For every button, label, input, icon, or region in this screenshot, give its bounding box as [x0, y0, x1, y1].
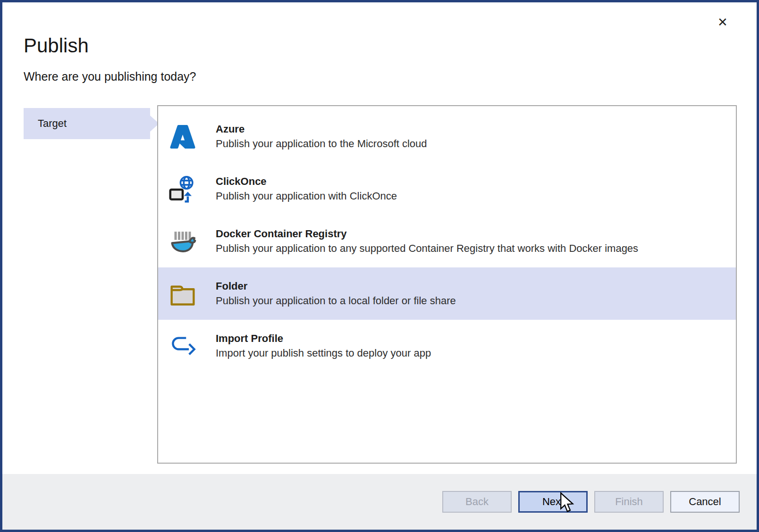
target-row-docker[interactable]: Docker Container Registry Publish your a… — [158, 215, 736, 267]
target-description: Import your publish settings to deploy y… — [216, 347, 431, 359]
azure-logo-icon — [169, 122, 197, 151]
target-title: Import Profile — [216, 332, 431, 345]
target-title: ClickOnce — [216, 175, 397, 188]
close-icon[interactable]: ✕ — [713, 13, 732, 32]
target-description: Publish your application with ClickOnce — [216, 190, 397, 202]
target-description: Publish your application to the Microsof… — [216, 138, 427, 150]
dialog-footer: Back Next Finish Cancel — [2, 474, 757, 530]
publish-dialog: ✕ Publish Where are you publishing today… — [0, 0, 759, 532]
cancel-button[interactable]: Cancel — [670, 491, 740, 513]
target-title: Docker Container Registry — [216, 228, 638, 240]
target-row-clickonce[interactable]: ClickOnce Publish your application with … — [158, 163, 736, 215]
finish-button[interactable]: Finish — [594, 491, 664, 513]
next-button[interactable]: Next — [518, 491, 588, 513]
publish-target-list: Azure Publish your application to the Mi… — [157, 105, 737, 464]
docker-whale-icon — [169, 227, 197, 256]
clickonce-globe-window-icon — [169, 175, 197, 204]
target-row-folder[interactable]: Folder Publish your application to a loc… — [158, 267, 736, 320]
target-description: Publish your application to a local fold… — [216, 295, 456, 307]
page-title: Publish — [24, 34, 89, 57]
target-row-azure[interactable]: Azure Publish your application to the Mi… — [158, 110, 736, 163]
import-arrow-icon — [169, 332, 197, 361]
target-title: Folder — [216, 280, 456, 292]
sidebar-tab-target[interactable]: Target — [24, 108, 150, 139]
target-row-import-profile[interactable]: Import Profile Import your publish setti… — [158, 320, 736, 372]
target-title: Azure — [216, 123, 427, 135]
target-description: Publish your application to any supporte… — [216, 242, 638, 255]
back-button[interactable]: Back — [442, 491, 512, 513]
sidebar-tab-label: Target — [38, 117, 67, 130]
folder-icon — [169, 279, 197, 308]
page-subtitle: Where are you publishing today? — [24, 70, 196, 83]
